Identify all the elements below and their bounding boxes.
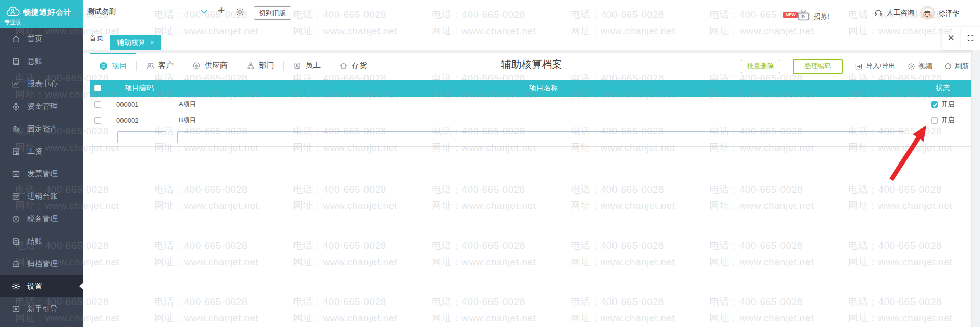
tv-icon <box>797 9 810 22</box>
cell-name: A项目 <box>173 100 914 109</box>
sidebar-item-more[interactable] <box>0 321 83 327</box>
ledger-book-icon <box>12 192 20 201</box>
tab-auxiliary-accounting[interactable]: 辅助核算 × <box>110 35 161 50</box>
column-header-status: 状态 <box>914 84 971 93</box>
account-name: 测试勿删 <box>87 7 116 16</box>
new-badge: NEW <box>783 12 798 18</box>
building-icon <box>12 125 20 133</box>
sidebar-item-settings[interactable]: 设置 <box>0 275 83 297</box>
ledger-icon <box>12 57 20 66</box>
settings-gear-button[interactable] <box>235 7 245 19</box>
sidebar-item-label: 总账 <box>27 57 42 66</box>
window-controls: ✕ <box>942 27 980 50</box>
money-bag-icon <box>12 102 20 111</box>
fullscreen-icon <box>967 34 974 42</box>
avatar[interactable] <box>920 6 935 22</box>
batch-delete-button[interactable]: 批量删除 <box>741 60 780 73</box>
gear-icon <box>235 7 245 17</box>
new-code-input[interactable] <box>117 131 166 143</box>
account-selector[interactable]: 测试勿删 <box>87 2 208 21</box>
headset-icon <box>874 8 883 17</box>
sidebar-item-tax[interactable]: 税务管理 <box>0 207 83 230</box>
play-circle-icon <box>908 63 915 71</box>
sidebar-item-label: 首页 <box>27 34 42 44</box>
home-icon <box>12 35 20 43</box>
fullscreen-button[interactable] <box>961 27 980 50</box>
import-export-label: 导入/导出 <box>866 62 895 71</box>
status-checkbox[interactable] <box>931 117 938 124</box>
import-export-button[interactable]: 导入/导出 <box>855 62 895 71</box>
recruit-link[interactable]: NEW 招募! <box>783 9 842 24</box>
data-table: 项目编码 项目名称 状态 000001 A项目 开启 000002 B项目 <box>90 80 971 147</box>
sidebar-item-general-ledger[interactable]: 总账 <box>0 50 83 73</box>
sidebar-item-funds[interactable]: 资金管理 <box>0 95 83 118</box>
archive-box-icon <box>12 260 20 268</box>
sidebar-item-closing[interactable]: 结账 <box>0 230 83 252</box>
video-button[interactable]: 视频 <box>908 62 932 71</box>
sidebar-item-label: 报表中心 <box>27 79 58 89</box>
sidebar-item-label: 固定资产 <box>27 124 58 134</box>
chart-icon <box>12 80 20 88</box>
refresh-label: 刷新 <box>955 62 969 71</box>
column-header-name: 项目名称 <box>173 84 914 93</box>
closing-book-icon <box>12 237 20 246</box>
sidebar-item-label: 发票管理 <box>27 169 58 179</box>
sidebar-item-archive[interactable]: 归档管理 <box>0 252 83 275</box>
tax-coin-icon <box>12 215 20 223</box>
table-header: 项目编码 项目名称 状态 <box>90 80 971 97</box>
sidebar-item-label: 税务管理 <box>27 214 58 224</box>
import-export-icon <box>855 63 863 71</box>
sidebar-item-report-center[interactable]: 报表中心 <box>0 73 83 95</box>
sidebar-item-label: 资金管理 <box>27 102 58 111</box>
support-label: 人工咨询 <box>887 8 914 17</box>
add-account-button[interactable]: + <box>218 4 225 17</box>
cloud-logo-icon <box>6 5 21 18</box>
avatar-image <box>920 6 935 20</box>
refresh-button[interactable]: 刷新 <box>944 62 969 71</box>
select-all-checkbox[interactable] <box>94 85 101 91</box>
payroll-card-icon <box>12 147 20 156</box>
tab-close-icon[interactable]: × <box>150 39 154 46</box>
sidebar-item-purchase-sales-ledger[interactable]: 进销台账 <box>0 185 83 207</box>
sidebar-item-label: 进销台账 <box>27 192 58 201</box>
sidebar-nav: 首页 总账 报表中心 资金管理 固定资产 工资 <box>0 28 83 320</box>
sidebar-item-label: 新手引导 <box>27 304 58 314</box>
brand-name: 畅捷通好会计 <box>23 8 72 17</box>
tab-bar: 首页 辅助核算 × ✕ <box>83 27 980 50</box>
close-button[interactable]: ✕ <box>942 27 961 50</box>
username[interactable]: 徐泽华 <box>939 9 960 18</box>
switch-old-version-button[interactable]: 切到旧版 <box>254 6 291 20</box>
sidebar: 畅捷通好会计 专业版 首页 总账 报表中心 资金管理 固定资产 <box>0 0 83 327</box>
sidebar-item-payroll[interactable]: 工资 <box>0 140 83 162</box>
close-icon: ✕ <box>947 33 954 43</box>
sidebar-item-beginner-guide[interactable]: 新手引导 <box>0 297 83 320</box>
gear-icon <box>12 282 20 291</box>
guide-video-icon <box>12 305 20 313</box>
sidebar-item-home[interactable]: 首页 <box>0 28 83 50</box>
row-checkbox[interactable] <box>94 117 101 124</box>
sidebar-item-label: 归档管理 <box>27 259 58 269</box>
sidebar-item-label: 工资 <box>27 147 42 156</box>
table-row[interactable]: 000001 A项目 开启 <box>90 97 971 112</box>
invoice-icon <box>12 170 20 178</box>
sidebar-item-fixed-assets[interactable]: 固定资产 <box>0 118 83 140</box>
divider <box>868 9 868 18</box>
status-label: 开启 <box>941 100 954 109</box>
status-checkbox[interactable] <box>931 101 938 108</box>
new-name-input[interactable] <box>177 131 904 143</box>
cell-name: B项目 <box>173 115 914 125</box>
sidebar-item-invoice[interactable]: 发票管理 <box>0 162 83 185</box>
topbar: 测试勿删 + 切到旧版 NEW 招募! 人工咨询 <box>83 0 980 27</box>
toolbar: 批量删除 整理编码 导入/导出 视频 刷新 <box>741 59 969 74</box>
organize-codes-button[interactable]: 整理编码 <box>793 59 843 74</box>
table-row[interactable]: 000002 B项目 开启 <box>90 112 971 128</box>
scrollbar-track <box>971 50 980 327</box>
app-window: 畅捷通好会计 专业版 首页 总账 报表中心 资金管理 固定资产 <box>0 0 980 327</box>
support-link[interactable]: 人工咨询 <box>874 8 914 17</box>
sidebar-item-label: 结账 <box>27 237 42 246</box>
row-checkbox[interactable] <box>94 101 101 108</box>
recruit-label: 招募! <box>814 12 829 21</box>
tab-home[interactable]: 首页 <box>83 27 110 50</box>
cell-code: 000001 <box>105 101 173 108</box>
main-content: 项目 客户 供应商 部门 员工 <box>83 53 980 327</box>
